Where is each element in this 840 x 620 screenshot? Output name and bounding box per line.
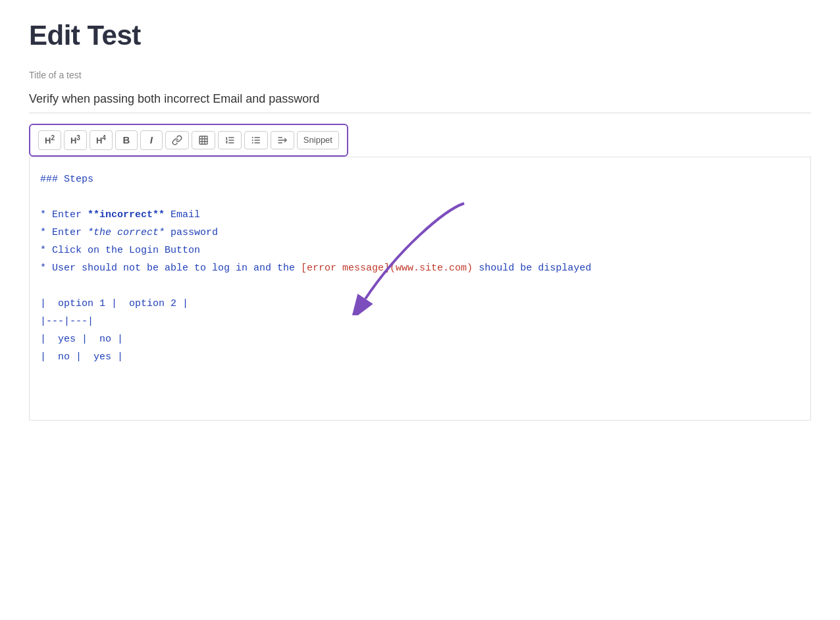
editor-wrapper: ### Steps * Enter **incorrect** Email * … bbox=[29, 157, 811, 421]
content-italic-password: *the correct* bbox=[88, 227, 165, 238]
content-table-row-1: | yes | no | bbox=[40, 330, 800, 348]
content-table-header: | option 1 | option 2 | bbox=[40, 295, 800, 313]
toolbar-italic-button[interactable]: I bbox=[140, 130, 163, 150]
svg-point-12 bbox=[252, 140, 253, 141]
toolbar-h3-button[interactable]: H3 bbox=[64, 130, 87, 150]
svg-point-11 bbox=[252, 137, 253, 138]
toolbar-h2-button[interactable]: H2 bbox=[38, 130, 61, 150]
toolbar-bold-button[interactable]: B bbox=[115, 130, 138, 150]
field-label: Title of a test bbox=[29, 70, 811, 80]
toolbar-ordered-list-button[interactable] bbox=[218, 131, 242, 149]
toolbar-table-button[interactable] bbox=[192, 131, 215, 149]
content-line-2: * Enter *the correct* password bbox=[40, 224, 800, 242]
toolbar-h4-button[interactable]: H4 bbox=[90, 130, 113, 150]
content-link: [error message](www.site.com) bbox=[301, 263, 473, 274]
svg-rect-0 bbox=[199, 136, 207, 144]
content-table-sep: |---|---| bbox=[40, 313, 800, 330]
content-line-1: * Enter **incorrect** Email bbox=[40, 206, 800, 224]
content-empty-1 bbox=[40, 188, 800, 206]
toolbar-link-button[interactable] bbox=[165, 131, 189, 149]
toolbar-snippet-button[interactable]: Snippet bbox=[297, 131, 339, 149]
page-title: Edit Test bbox=[29, 20, 811, 51]
content-table-row-2: | no | yes | bbox=[40, 348, 800, 366]
content-empty-2 bbox=[40, 277, 800, 295]
editor-content[interactable]: ### Steps * Enter **incorrect** Email * … bbox=[40, 170, 800, 366]
content-line-4: * User should not be able to log in and … bbox=[40, 259, 800, 277]
toolbar-align-button[interactable] bbox=[271, 131, 294, 149]
editor-area[interactable]: ### Steps * Enter **incorrect** Email * … bbox=[29, 157, 811, 421]
content-bold-incorrect: **incorrect** bbox=[88, 209, 165, 220]
toolbar-unordered-list-button[interactable] bbox=[244, 131, 268, 149]
content-line-3: * Click on the Login Button bbox=[40, 242, 800, 259]
title-input[interactable] bbox=[29, 86, 811, 113]
svg-point-13 bbox=[252, 142, 253, 143]
content-heading: ### Steps bbox=[40, 170, 800, 188]
editor-toolbar: H2 H3 H4 B I bbox=[29, 124, 348, 157]
